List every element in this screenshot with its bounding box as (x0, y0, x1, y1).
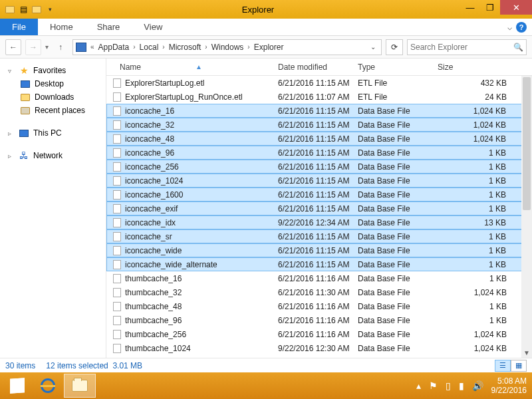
nav-favorites[interactable]: ▿ ★ Favorites (5, 64, 106, 77)
view-tab[interactable]: View (132, 19, 174, 35)
minimize-button[interactable]: — (460, 0, 480, 15)
file-name: ExplorerStartupLog_RunOnce.etl (125, 92, 278, 102)
file-date: 6/21/2016 11:15 AM (278, 106, 358, 116)
file-type: Data Base File (358, 106, 438, 116)
file-row[interactable]: iconcache_486/21/2016 11:15 AMData Base … (106, 132, 532, 146)
file-row[interactable]: thumbcache_166/21/2016 11:16 AMData Base… (106, 271, 532, 285)
file-size: 1,024 KB (438, 120, 531, 130)
tray-up-icon[interactable]: ▴ (416, 380, 421, 391)
forward-button[interactable]: → (25, 39, 41, 55)
up-button[interactable]: ↑ (53, 39, 68, 55)
address-bar[interactable]: « AppData › Local › Microsoft › Windows … (72, 39, 382, 55)
scroll-down-icon[interactable]: ▼ (521, 347, 532, 358)
file-name: iconcache_1600 (125, 190, 278, 200)
file-date: 6/21/2016 11:15 AM (278, 232, 358, 241)
nav-recent-places[interactable]: Recent places (5, 104, 106, 117)
vertical-scrollbar[interactable]: ▲ ▼ (521, 76, 532, 358)
new-folder-icon[interactable] (31, 3, 43, 15)
file-row[interactable]: iconcache_wide6/21/2016 11:15 AMData Bas… (106, 243, 532, 257)
file-row[interactable]: iconcache_966/21/2016 11:15 AMData Base … (106, 146, 532, 160)
ribbon-expand-icon[interactable]: ⌵ (507, 23, 512, 32)
file-row[interactable]: iconcache_10246/21/2016 11:15 AMData Bas… (106, 174, 532, 188)
chevron-icon[interactable]: › (162, 43, 164, 51)
taskbar-ie[interactable] (32, 374, 64, 398)
file-size: 1,024 KB (438, 330, 532, 339)
status-item-count: 30 items (5, 361, 35, 370)
file-row[interactable]: iconcache_326/21/2016 11:15 AMData Base … (106, 118, 532, 132)
start-button[interactable] (3, 372, 32, 399)
file-row[interactable]: iconcache_wide_alternate6/21/2016 11:15 … (106, 257, 532, 271)
battery-icon[interactable]: ▯ (446, 380, 451, 391)
home-tab[interactable]: Home (38, 19, 85, 35)
file-icon (112, 78, 122, 88)
quick-access-toolbar: ▤ ▾ (4, 3, 56, 15)
action-center-icon[interactable]: ⚑ (429, 380, 438, 391)
file-pane: Name▲ Date modified Type Size ExplorerSt… (106, 59, 532, 358)
nav-network[interactable]: ▹ 🖧 Network (5, 149, 106, 162)
breadcrumb-seg[interactable]: AppData (96, 43, 132, 52)
address-dropdown-icon[interactable]: ⌄ (368, 43, 378, 51)
search-input[interactable] (410, 43, 513, 52)
file-size: 1 KB (438, 274, 532, 283)
file-row[interactable]: thumbcache_486/21/2016 11:16 AMData Base… (106, 299, 532, 313)
back-button[interactable]: ← (5, 39, 21, 55)
breadcrumb-seg[interactable]: Microsoft (166, 43, 204, 52)
volume-icon[interactable]: 🔊 (472, 380, 483, 391)
taskbar-explorer[interactable] (64, 374, 96, 398)
file-row[interactable]: thumbcache_2566/21/2016 11:16 AMData Bas… (106, 327, 532, 341)
nav-desktop[interactable]: Desktop (5, 77, 106, 90)
col-size[interactable]: Size (438, 63, 532, 72)
nav-downloads[interactable]: Downloads (5, 90, 106, 104)
qat-dropdown-icon[interactable]: ▾ (44, 3, 56, 15)
nav-this-pc[interactable]: ▹ This PC (5, 126, 106, 140)
pc-icon (19, 128, 29, 138)
chevron-icon[interactable]: › (205, 43, 207, 51)
search-icon[interactable]: 🔍 (513, 43, 523, 52)
file-name: thumbcache_48 (125, 302, 278, 311)
close-button[interactable]: ✕ (500, 0, 532, 15)
file-row[interactable]: ExplorerStartupLog_RunOnce.etl6/21/2016 … (106, 90, 532, 104)
recent-locations-icon[interactable]: ▾ (45, 43, 49, 51)
file-row[interactable]: thumbcache_966/21/2016 11:16 AMData Base… (106, 313, 532, 327)
file-row[interactable]: iconcache_166/21/2016 11:15 AMData Base … (106, 104, 532, 118)
file-row[interactable]: ExplorerStartupLog.etl6/21/2016 11:15 AM… (106, 76, 532, 90)
refresh-button[interactable]: ⟳ (386, 39, 403, 55)
file-size: 1,024 KB (438, 134, 531, 144)
breadcrumb-seg[interactable]: Explorer (251, 43, 287, 52)
chevron-icon[interactable]: › (133, 43, 135, 51)
clock-date: 9/22/2016 (491, 386, 527, 395)
file-row[interactable]: iconcache_2566/21/2016 11:15 AMData Base… (106, 160, 532, 174)
properties-icon[interactable]: ▤ (17, 3, 29, 15)
chevron-icon[interactable]: « (90, 43, 94, 51)
clock[interactable]: 5:08 AM 9/22/2016 (491, 376, 527, 395)
breadcrumb-seg[interactable]: Windows (209, 43, 247, 52)
file-row[interactable]: iconcache_exif6/21/2016 11:15 AMData Bas… (106, 201, 532, 215)
file-row[interactable]: thumbcache_326/21/2016 11:30 AMData Base… (106, 285, 532, 299)
file-tab[interactable]: File (0, 19, 38, 35)
file-type: Data Base File (358, 204, 438, 213)
col-name[interactable]: Name▲ (106, 63, 278, 72)
network-tray-icon[interactable]: ▮ (459, 380, 464, 391)
file-icon (112, 217, 122, 228)
file-icon (112, 148, 122, 158)
col-date[interactable]: Date modified (278, 63, 358, 72)
file-row[interactable]: thumbcache_10249/22/2016 12:30 AMData Ba… (106, 341, 532, 355)
icons-view-button[interactable]: ▦ (511, 360, 527, 372)
breadcrumb-seg[interactable]: Local (137, 43, 162, 52)
expand-icon[interactable]: ▿ (8, 67, 15, 74)
expand-icon[interactable]: ▹ (8, 130, 15, 137)
file-row[interactable]: iconcache_idx9/22/2016 12:34 AMData Base… (106, 215, 532, 229)
share-tab[interactable]: Share (85, 19, 132, 35)
file-list[interactable]: ExplorerStartupLog.etl6/21/2016 11:15 AM… (106, 76, 532, 358)
scroll-thumb[interactable] (523, 77, 531, 210)
search-box[interactable]: 🔍 (407, 39, 527, 55)
downloads-icon (20, 92, 31, 102)
details-view-button[interactable]: ☰ (495, 360, 511, 372)
help-icon[interactable]: ? (516, 22, 527, 33)
chevron-icon[interactable]: › (247, 43, 249, 51)
file-row[interactable]: iconcache_16006/21/2016 11:15 AMData Bas… (106, 188, 532, 201)
col-type[interactable]: Type (358, 63, 438, 72)
maximize-button[interactable]: ❐ (480, 0, 500, 15)
file-row[interactable]: iconcache_sr6/21/2016 11:15 AMData Base … (106, 229, 532, 243)
expand-icon[interactable]: ▹ (8, 152, 15, 160)
